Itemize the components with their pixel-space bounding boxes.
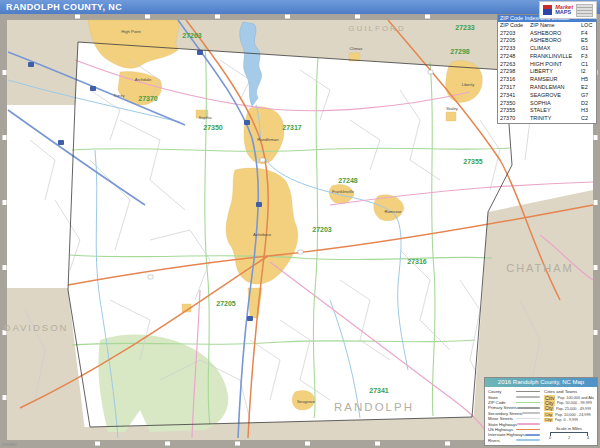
- scale-tick: 4: [587, 436, 589, 440]
- legend-city-desc: Pop. 100,000 and Above: [557, 396, 594, 400]
- scale-bar: Scale in Miles 024: [544, 426, 594, 440]
- zip-code-label: 27317: [282, 124, 302, 131]
- legend-city-class: CityPop. 0 - 9,999: [544, 417, 594, 423]
- zip-table-row: 27203ASHEBOROF4: [498, 30, 596, 38]
- legend-city-sample: City: [544, 418, 553, 422]
- col-zip-name: ZIP Name: [528, 22, 579, 30]
- zip-loc-cell: C2: [579, 115, 596, 123]
- zip-code-label: 27341: [369, 387, 389, 394]
- zip-code-cell: 27205: [498, 37, 528, 45]
- zip-loc-cell: D2: [579, 100, 596, 108]
- zip-name-cell: SEAGROVE: [528, 92, 579, 100]
- zip-code-cell: 27370: [498, 115, 528, 123]
- legend-line-sample: [516, 402, 540, 404]
- zip-loc-cell: E5: [579, 37, 596, 45]
- city-name-label: Ramseur: [385, 209, 403, 214]
- publisher-name-part2: MAPS: [555, 10, 573, 15]
- zip-loc-cell: E2: [579, 84, 596, 92]
- zip-table-body: 27203ASHEBOROF427205ASHEBOROE527233CLIMA…: [498, 30, 596, 124]
- scale-bar-line: [550, 432, 588, 436]
- scale-tick: 2: [568, 436, 570, 440]
- zip-table-row: 27350SOPHIAD2: [498, 100, 596, 108]
- city-name-label: Franklinville: [332, 189, 355, 194]
- legend-line-sample: [516, 439, 540, 441]
- map-title: RANDOLPH COUNTY, NC: [6, 2, 122, 12]
- zip-code-label: 27350: [203, 124, 223, 131]
- zip-code-label: 27205: [216, 300, 236, 307]
- zip-code-label: 27233: [455, 24, 475, 31]
- col-loc: LOC: [579, 22, 596, 30]
- zip-name-cell: CLIMAX: [528, 45, 579, 53]
- zip-name-cell: ASHEBORO: [528, 37, 579, 45]
- zip-name-cell: FRANKLINVILLE: [528, 53, 579, 61]
- publisher-logo: Market MAPS: [539, 1, 597, 19]
- legend-line-sample: [522, 412, 540, 414]
- city-name-label: Staley: [446, 106, 459, 111]
- legend-city-desc: Pop. 50,000 - 99,999: [557, 401, 592, 405]
- city-name-label: Climax: [350, 46, 364, 51]
- zip-name-cell: RANDLEMAN: [528, 84, 579, 92]
- zip-code-label: 27203: [312, 226, 332, 233]
- zip-table-row: 27317RANDLEMANE2: [498, 84, 596, 92]
- zip-code-label: 27298: [450, 48, 470, 55]
- legend-item-label: State Highways: [488, 422, 517, 427]
- legend-item-label: ZIP Code: [488, 400, 516, 405]
- legend-city-desc: Pop. 25,000 - 49,999: [556, 407, 591, 411]
- zip-name-cell: SOPHIA: [528, 100, 579, 108]
- zip-code-label: 27316: [407, 258, 427, 265]
- zip-code-label: 27248: [338, 177, 358, 184]
- zip-code-cell: 27350: [498, 100, 528, 108]
- zip-name-cell: HIGH POINT: [528, 61, 579, 69]
- legend-cities: CityPop. 100,000 and AboveCityPop. 50,00…: [544, 395, 594, 423]
- county-name-label: CHATHAM: [506, 262, 574, 274]
- scale-tick: 0: [549, 436, 551, 440]
- legend-line-sample: [516, 391, 540, 393]
- zip-loc-cell: C1: [579, 61, 596, 69]
- city-name-label: Seagrove: [297, 399, 316, 404]
- zip-name-cell: TRINITY: [528, 115, 579, 123]
- legend-city-sample: City: [544, 400, 555, 406]
- zip-code-cell: 27355: [498, 107, 528, 115]
- legend-line-sample: [525, 434, 540, 436]
- zip-loc-cell: H5: [579, 76, 596, 84]
- legend-city-class: CityPop. 50,000 - 99,999: [544, 401, 594, 407]
- zip-loc-cell: F3: [579, 53, 596, 61]
- city-name-label: High Point: [121, 29, 141, 34]
- zip-code-cell: 27317: [498, 84, 528, 92]
- zip-loc-cell: H3: [579, 107, 596, 115]
- city-name-label: Asheboro: [253, 232, 272, 237]
- county-name-label: RANDOLPH: [334, 401, 414, 413]
- legend-item-label: Rivers: [488, 438, 516, 443]
- zip-code-cell: 27233: [498, 45, 528, 53]
- zip-code-cell: 27298: [498, 68, 528, 76]
- zip-table-row: 27370TRINITYC2: [498, 115, 596, 123]
- legend-city-class: CityPop. 10,000 - 24,999: [544, 412, 594, 418]
- zip-table-row: 27341SEAGROVEG7: [498, 92, 596, 100]
- scale-ticks: 024: [549, 436, 589, 440]
- zip-table-row: 27248FRANKLINVILLEF3: [498, 53, 596, 61]
- zip-table-row: 27205ASHEBOROE5: [498, 37, 596, 45]
- zip-name-cell: LIBERTY: [528, 68, 579, 76]
- legend-item-label: Secondary Streets: [488, 411, 522, 416]
- city-name-label: Archdale: [135, 77, 152, 82]
- city-name-label: Randleman: [257, 137, 279, 142]
- legend-items: CountyStateZIP CodePrimary StreetsSecond…: [488, 389, 540, 443]
- legend-line-sample: [517, 423, 540, 425]
- zip-code-cell: 27248: [498, 53, 528, 61]
- zip-loc-cell: G1: [579, 45, 596, 53]
- legend-title: 2016 Randolph County, NC Map: [485, 378, 597, 387]
- zip-name-cell: STALEY: [528, 107, 579, 115]
- zip-code-cell: 27341: [498, 92, 528, 100]
- zip-table-row: 27233CLIMAXG1: [498, 45, 596, 53]
- legend-item-label: County: [488, 389, 516, 394]
- legend-item-label: Minor Streets: [488, 416, 516, 421]
- legend-item: Rivers: [488, 438, 540, 443]
- legend-line-sample: [516, 418, 540, 420]
- legend-city-desc: Pop. 0 - 9,999: [555, 418, 579, 422]
- city-name-label: Sophia: [198, 115, 212, 120]
- zip-name-cell: RAMSEUR: [528, 76, 579, 84]
- legend-line-sample: [516, 429, 540, 431]
- title-bar: RANDOLPH COUNTY, NC: [0, 0, 600, 14]
- zip-code-cell: 27263: [498, 61, 528, 69]
- publisher-logo-icon: [543, 5, 552, 15]
